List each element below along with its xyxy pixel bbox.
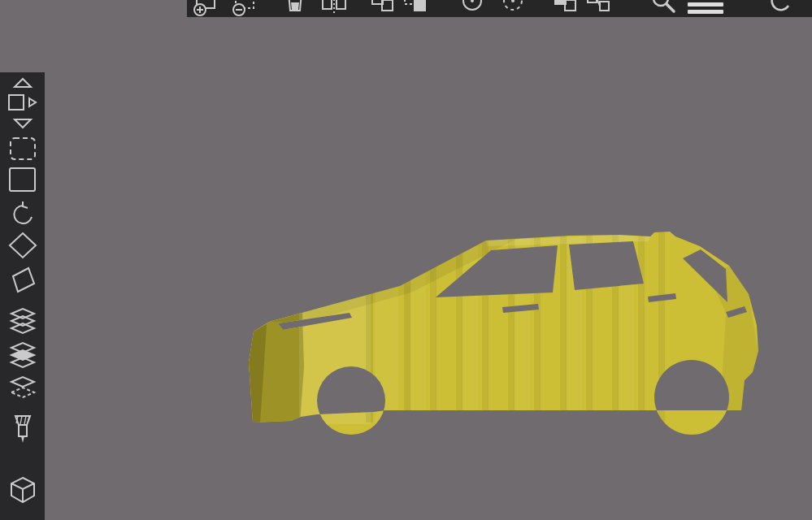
rectangle-tool-icon[interactable]	[8, 167, 37, 193]
layer-stack-2-icon[interactable]	[8, 340, 37, 370]
skewed-square-tool-icon[interactable]	[7, 266, 38, 293]
add-object-icon[interactable]	[191, 0, 220, 17]
rotate-tool-icon[interactable]	[9, 201, 37, 228]
intersect-icon[interactable]	[551, 0, 580, 17]
link-objects-icon[interactable]	[584, 0, 613, 17]
left-tool-sidebar	[0, 72, 45, 520]
scroll-down-icon[interactable]	[11, 118, 34, 129]
circle-marks-icon[interactable]	[458, 0, 487, 17]
union-icon[interactable]	[368, 0, 397, 17]
dashed-circle-icon[interactable]	[498, 0, 528, 17]
subtract-icon[interactable]	[401, 0, 430, 17]
layer-stack-3-icon[interactable]	[8, 375, 37, 404]
menu-icon[interactable]	[684, 0, 727, 17]
paste-icon[interactable]	[280, 0, 310, 17]
top-toolbar	[187, 0, 812, 17]
remove-object-icon[interactable]	[230, 0, 259, 17]
car-model[interactable]	[249, 232, 758, 435]
mirror-icon[interactable]	[319, 0, 349, 17]
layer-stack-icon[interactable]	[8, 306, 37, 336]
scroll-up-icon[interactable]	[11, 77, 34, 89]
undo-icon[interactable]	[764, 0, 793, 17]
diamond-tool-icon[interactable]	[8, 232, 37, 259]
cube-view-icon[interactable]	[8, 475, 37, 505]
select-box-icon[interactable]	[8, 136, 37, 162]
app-window	[0, 0, 812, 520]
canvas-viewport[interactable]	[0, 0, 812, 520]
pan-tool-icon[interactable]	[7, 92, 39, 113]
zoom-icon[interactable]	[649, 0, 678, 17]
spray-paint-tool-icon[interactable]	[8, 414, 37, 446]
